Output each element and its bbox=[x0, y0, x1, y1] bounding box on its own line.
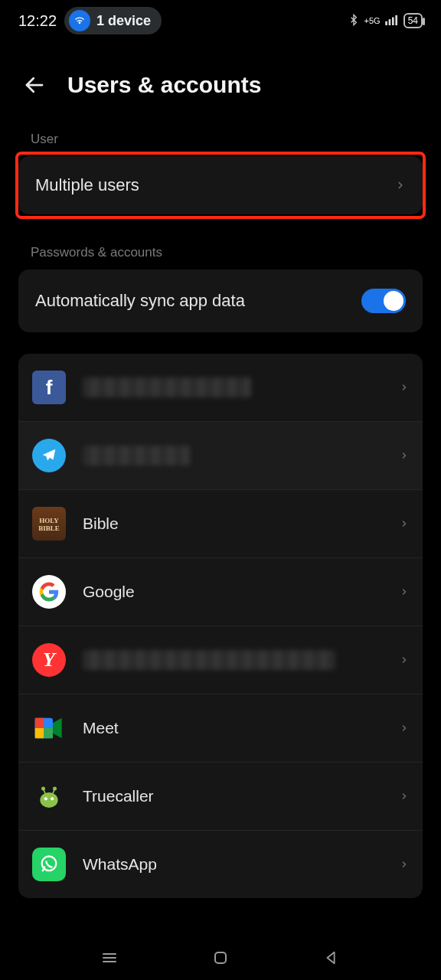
meet-icon bbox=[32, 711, 66, 745]
section-label-passwords: Passwords & accounts bbox=[0, 245, 441, 270]
account-label: Truecaller bbox=[83, 787, 383, 805]
back-button[interactable] bbox=[318, 945, 345, 971]
redacted-text bbox=[83, 446, 190, 466]
multiple-users-card[interactable]: Multiple users bbox=[18, 156, 423, 214]
chevron-right-icon bbox=[400, 720, 409, 736]
multiple-users-label: Multiple users bbox=[35, 175, 139, 195]
chevron-right-icon bbox=[400, 584, 409, 599]
chevron-right-icon bbox=[400, 380, 409, 395]
svg-point-16 bbox=[51, 797, 54, 800]
chevron-right-icon bbox=[400, 448, 409, 463]
yandex-icon: Y bbox=[32, 643, 66, 677]
account-row-yandex[interactable]: Y bbox=[18, 626, 423, 694]
svg-point-10 bbox=[40, 792, 57, 808]
whatsapp-icon bbox=[32, 848, 66, 881]
svg-rect-7 bbox=[35, 728, 44, 738]
truecaller-icon bbox=[32, 779, 66, 813]
chevron-right-icon bbox=[400, 789, 409, 804]
page-title: Users & accounts bbox=[67, 72, 261, 98]
auto-sync-card: Automatically sync app data bbox=[18, 270, 423, 332]
account-row-meet[interactable]: Meet bbox=[18, 694, 423, 763]
svg-marker-9 bbox=[53, 718, 62, 739]
account-row-bible[interactable]: HOLYBIBLE Bible bbox=[18, 490, 423, 558]
network-label: +5G bbox=[364, 17, 381, 25]
redacted-text bbox=[83, 650, 335, 670]
chevron-right-icon bbox=[400, 857, 409, 872]
wifi-icon bbox=[69, 10, 90, 31]
svg-rect-1 bbox=[388, 19, 390, 25]
system-nav-bar bbox=[0, 940, 441, 975]
home-button[interactable] bbox=[207, 945, 234, 971]
chevron-right-icon bbox=[400, 652, 409, 668]
account-label: Google bbox=[83, 583, 383, 601]
bluetooth-icon bbox=[348, 13, 360, 29]
svg-rect-0 bbox=[385, 21, 387, 24]
svg-marker-22 bbox=[328, 952, 335, 964]
status-bar: 12:22 1 device +5G 54 bbox=[0, 0, 441, 41]
back-icon[interactable] bbox=[23, 74, 46, 96]
section-label-user: User bbox=[0, 132, 441, 156]
account-label: Bible bbox=[83, 514, 383, 533]
account-row-whatsapp[interactable]: WhatsApp bbox=[18, 831, 423, 898]
account-row-facebook[interactable]: f bbox=[18, 354, 423, 422]
auto-sync-label: Automatically sync app data bbox=[35, 291, 245, 311]
account-label: WhatsApp bbox=[83, 855, 383, 874]
page-header: Users & accounts bbox=[0, 41, 441, 132]
account-row-google[interactable]: Google bbox=[18, 558, 423, 626]
svg-rect-2 bbox=[392, 17, 394, 25]
auto-sync-toggle[interactable] bbox=[361, 289, 406, 313]
signal-icon bbox=[385, 15, 399, 28]
account-row-truecaller[interactable]: Truecaller bbox=[18, 763, 423, 831]
svg-rect-3 bbox=[395, 15, 397, 24]
battery-level: 54 bbox=[408, 16, 418, 25]
telegram-icon bbox=[32, 439, 66, 472]
account-row-telegram[interactable] bbox=[18, 422, 423, 490]
google-icon bbox=[32, 575, 66, 609]
recent-apps-button[interactable] bbox=[96, 945, 122, 971]
svg-rect-21 bbox=[215, 952, 226, 963]
status-right: +5G 54 bbox=[348, 13, 423, 29]
chevron-right-icon bbox=[400, 516, 409, 531]
svg-rect-6 bbox=[35, 718, 44, 728]
facebook-icon: f bbox=[32, 371, 66, 404]
redacted-text bbox=[83, 377, 251, 397]
svg-point-15 bbox=[44, 797, 47, 800]
accounts-list: f HOLYBIBLE Bible Google Y bbox=[18, 354, 423, 898]
svg-rect-8 bbox=[44, 728, 53, 738]
device-count-label: 1 device bbox=[96, 13, 151, 29]
battery-icon: 54 bbox=[403, 13, 423, 28]
status-time: 12:22 bbox=[18, 12, 57, 30]
chevron-right-icon bbox=[395, 177, 406, 194]
account-label: Meet bbox=[83, 719, 383, 737]
bible-icon: HOLYBIBLE bbox=[32, 507, 66, 541]
device-status-pill[interactable]: 1 device bbox=[64, 7, 162, 34]
